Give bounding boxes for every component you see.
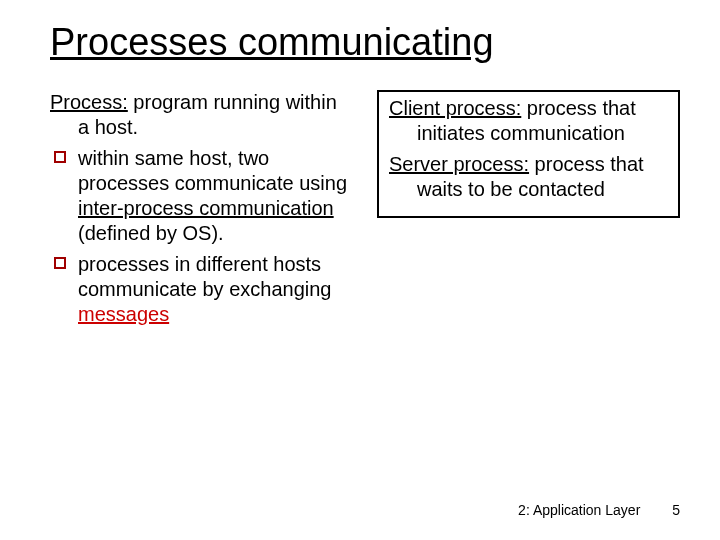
client-process-definition: Client process: process that initiates c… [389, 96, 668, 146]
content-columns: Process: program running within a host. … [50, 90, 680, 333]
bullet-ipc-pre: within same host, two processes communic… [78, 147, 347, 194]
bullet-messages: processes in different hosts communicate… [50, 252, 353, 327]
slide: Processes communicating Process: program… [0, 0, 720, 540]
process-definition: Process: program running within a host. [50, 90, 353, 140]
slide-footer: 2: Application Layer 5 [518, 502, 680, 518]
server-term: Server process: [389, 153, 529, 175]
bullet-ipc-post: (defined by OS). [78, 222, 224, 244]
bullet-messages-term: messages [78, 303, 169, 325]
client-server-box: Client process: process that initiates c… [377, 90, 680, 218]
left-column: Process: program running within a host. … [50, 90, 353, 333]
bullet-ipc-term: inter-process communication [78, 197, 334, 219]
process-term: Process: [50, 91, 128, 113]
footer-section: 2: Application Layer [518, 502, 640, 518]
server-process-definition: Server process: process that waits to be… [389, 152, 668, 202]
right-column: Client process: process that initiates c… [377, 90, 680, 218]
client-term: Client process: [389, 97, 521, 119]
bullet-ipc: within same host, two processes communic… [50, 146, 353, 246]
slide-title: Processes communicating [50, 22, 680, 64]
bullet-messages-pre: processes in different hosts communicate… [78, 253, 331, 300]
footer-page-number: 5 [672, 502, 680, 518]
